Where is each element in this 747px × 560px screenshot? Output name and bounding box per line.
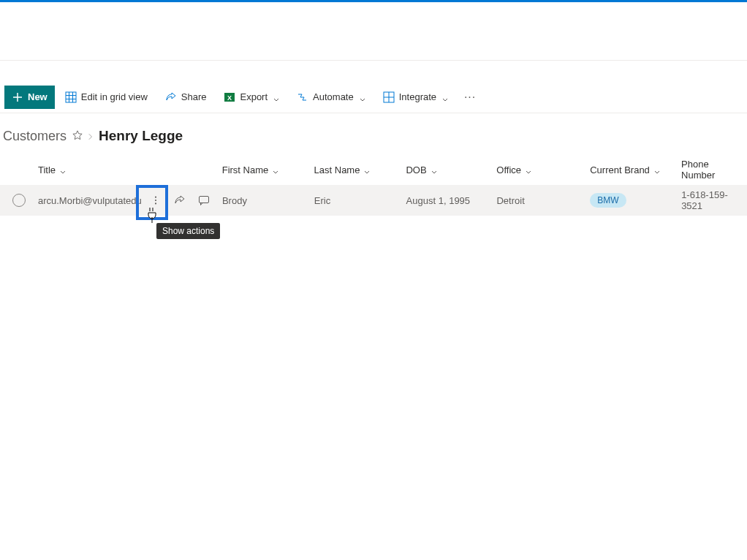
col-header-label: First Name <box>222 164 269 175</box>
cell-brand: BMW <box>590 193 681 208</box>
integrate-button[interactable]: Integrate <box>376 86 455 109</box>
col-header-brand[interactable]: Current Brand <box>590 164 681 175</box>
col-header-label: Title <box>38 164 56 175</box>
command-bar: New Edit in grid view Share X Export Aut… <box>0 81 747 113</box>
chevron-down-icon <box>273 94 279 100</box>
col-header-office[interactable]: Office <box>496 164 590 175</box>
col-header-label: Last Name <box>314 164 360 175</box>
plus-icon <box>12 91 23 103</box>
cell-first: Brody <box>222 195 314 206</box>
show-actions-tooltip: Show actions <box>156 223 220 239</box>
edit-grid-label: Edit in grid view <box>81 91 148 102</box>
cell-last: Eric <box>314 195 406 206</box>
header-placeholder <box>0 2 747 61</box>
edit-grid-button[interactable]: Edit in grid view <box>58 86 155 109</box>
chevron-down-icon <box>360 94 365 100</box>
col-header-label: Phone Number <box>681 159 738 181</box>
export-label: Export <box>240 91 268 102</box>
breadcrumb-root[interactable]: Customers <box>3 129 67 144</box>
col-header-title[interactable]: Title <box>38 164 222 175</box>
row-show-actions-button[interactable] <box>146 187 166 213</box>
svg-point-10 <box>155 197 156 198</box>
col-header-label: Office <box>496 164 521 175</box>
col-header-phone[interactable]: Phone Number <box>681 159 747 181</box>
automate-label: Automate <box>313 91 354 102</box>
table-row[interactable]: arcu.Morbi@vulputatedui... Brody Eric Au… <box>0 185 747 216</box>
cell-phone: 1-618-159-3521 <box>681 189 747 211</box>
new-label: New <box>28 91 48 102</box>
row-comment-button[interactable] <box>194 190 213 211</box>
svg-rect-13 <box>199 197 208 203</box>
chevron-down-icon <box>364 167 370 173</box>
svg-text:X: X <box>227 94 232 102</box>
chevron-down-icon <box>442 94 448 100</box>
ellipsis-icon: ··· <box>464 91 476 104</box>
row-select[interactable] <box>0 194 38 207</box>
chevron-down-icon <box>431 167 437 173</box>
cell-title-text[interactable]: arcu.Morbi@vulputatedui... <box>38 195 142 206</box>
chevron-down-icon <box>654 167 660 173</box>
cell-text: Eric <box>314 195 330 206</box>
radio-icon <box>12 194 26 207</box>
col-header-label: DOB <box>406 164 426 175</box>
svg-point-12 <box>155 203 156 204</box>
cell-text: August 1, 1995 <box>406 195 470 206</box>
col-header-last[interactable]: Last Name <box>314 164 406 175</box>
share-icon <box>165 91 177 103</box>
share-button[interactable]: Share <box>158 86 214 109</box>
new-button[interactable]: New <box>4 86 55 109</box>
list-area: Title First Name Last Name DOB Office Cu… <box>0 154 747 216</box>
cell-text: 1-618-159-3521 <box>681 189 738 211</box>
integrate-label: Integrate <box>399 91 436 102</box>
grid-icon <box>65 91 77 103</box>
list-header: Title First Name Last Name DOB Office Cu… <box>0 154 747 185</box>
svg-point-11 <box>155 200 156 201</box>
col-header-dob[interactable]: DOB <box>406 164 496 175</box>
star-icon[interactable] <box>72 129 83 144</box>
cell-title: arcu.Morbi@vulputatedui... <box>38 187 222 213</box>
brand-pill[interactable]: BMW <box>590 193 626 208</box>
chevron-down-icon <box>273 167 278 173</box>
chevron-down-icon <box>526 167 531 173</box>
row-share-button[interactable] <box>170 190 190 211</box>
cell-office: Detroit <box>496 195 590 206</box>
svg-rect-0 <box>66 92 76 102</box>
breadcrumb-current: Henry Legge <box>99 128 183 144</box>
share-label: Share <box>181 91 207 102</box>
col-header-first[interactable]: First Name <box>222 164 314 175</box>
chevron-right-icon <box>88 129 93 144</box>
automate-icon <box>297 91 308 103</box>
cell-text: Detroit <box>496 195 524 206</box>
breadcrumb: Customers Henry Legge <box>0 113 747 154</box>
integrate-icon <box>383 91 395 103</box>
cell-dob: August 1, 1995 <box>406 195 497 206</box>
excel-icon: X <box>224 91 235 103</box>
col-header-label: Current Brand <box>590 164 650 175</box>
cell-text: Brody <box>222 195 247 206</box>
automate-button[interactable]: Automate <box>289 86 373 109</box>
more-commands-button[interactable]: ··· <box>458 86 482 109</box>
export-button[interactable]: X Export <box>216 86 287 109</box>
chevron-down-icon <box>60 167 66 173</box>
